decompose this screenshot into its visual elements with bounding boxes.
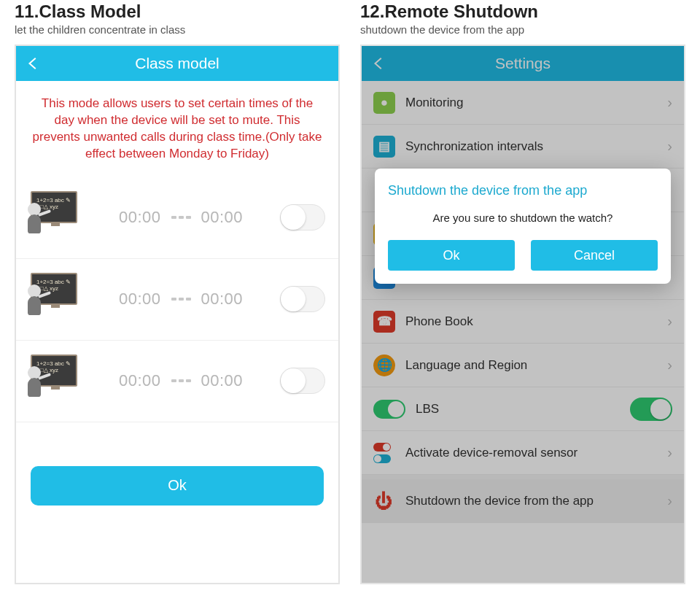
chevron-right-icon: › <box>667 313 672 330</box>
chalkboard-icon: 1+2=3 abc ✎ ○□△ xyz <box>26 271 82 327</box>
row-lbs[interactable]: LBS <box>362 387 684 431</box>
arrow-left-icon <box>26 55 42 71</box>
slot2-to: 00:00 <box>201 290 244 309</box>
slot3-from: 00:00 <box>119 371 161 390</box>
monitoring-icon: ● <box>373 92 395 114</box>
row-monitoring-label: Monitoring <box>405 96 463 110</box>
lbs-toggle[interactable] <box>630 398 672 421</box>
section-12-subtitle: shutdown the device from the app <box>360 23 685 36</box>
chevron-right-icon: › <box>667 94 672 111</box>
chevron-right-icon: › <box>667 138 672 155</box>
dash-icon <box>171 379 191 382</box>
class-model-header: Class model <box>16 55 338 72</box>
chalkboard-icon: 1+2=3 abc ✎ ○□△ xyz <box>26 353 82 408</box>
slot1-toggle[interactable] <box>280 204 325 231</box>
sync-icon: ▤ <box>373 136 395 158</box>
row-sync-label: Synchronization intervals <box>405 139 543 154</box>
row-sync[interactable]: ▤ Synchronization intervals › <box>362 125 684 169</box>
back-button[interactable] <box>16 46 51 81</box>
settings-topbar: Settings <box>362 46 684 81</box>
chalkboard-icon: 1+2=3 abc ✎ ○□△ xyz <box>26 190 82 245</box>
phone-settings: Settings ● Monitoring › ▤ Synchronizatio… <box>360 44 685 584</box>
section-11-subtitle: let the children concentrate in class <box>15 23 340 36</box>
row-language-label: Language and Region <box>405 358 527 373</box>
phone-class-model: Class model This mode allows users to se… <box>15 44 340 584</box>
slot2-toggle[interactable] <box>280 286 325 312</box>
slot1-to: 00:00 <box>201 208 244 227</box>
chevron-right-icon: › <box>667 492 672 509</box>
ok-label: Ok <box>168 477 187 494</box>
row-sensor[interactable]: Activate device-removal sensor › <box>362 431 684 475</box>
class-model-ok-button[interactable]: Ok <box>31 466 324 506</box>
chevron-right-icon: › <box>667 444 672 461</box>
time-slot-2[interactable]: 1+2=3 abc ✎ ○□△ xyz 00:00 00:00 <box>16 259 338 341</box>
row-lbs-label: LBS <box>416 402 439 417</box>
slot3-toggle[interactable] <box>280 368 325 394</box>
dash-icon <box>171 216 191 219</box>
modal-body: Are you sure to shutdown the watch? <box>388 212 658 224</box>
class-model-description: This mode allows users to set certain ti… <box>16 81 338 177</box>
row-language[interactable]: 🌐 Language and Region › <box>362 344 684 387</box>
slot3-to: 00:00 <box>201 371 244 390</box>
row-sensor-label: Activate device-removal sensor <box>405 446 578 460</box>
sensor-icon <box>373 442 395 464</box>
modal-cancel-button[interactable]: Cancel <box>531 240 658 271</box>
modal-ok-label: Ok <box>443 248 459 263</box>
chevron-right-icon: › <box>667 357 672 373</box>
modal-title: Shutdown the device from the app <box>388 183 658 198</box>
row-monitoring[interactable]: ● Monitoring › <box>362 81 684 125</box>
phonebook-icon: ☎ <box>373 311 395 333</box>
section-12-number: 12. <box>360 1 384 21</box>
globe-icon: 🌐 <box>373 355 395 376</box>
row-shutdown[interactable]: ⏻ Shutdown the device from the app › <box>362 479 684 523</box>
lbs-icon <box>373 400 405 419</box>
power-icon: ⏻ <box>373 490 395 512</box>
arrow-left-icon <box>371 55 387 71</box>
section-11-number: 11. <box>15 1 39 21</box>
modal-ok-button[interactable]: Ok <box>388 240 515 271</box>
modal-cancel-label: Cancel <box>574 248 615 263</box>
settings-header: Settings <box>362 55 684 72</box>
back-button[interactable] <box>362 46 397 81</box>
section-12-title: Remote Shutdown <box>384 1 538 21</box>
row-phonebook-label: Phone Book <box>405 314 473 329</box>
dash-icon <box>171 298 191 301</box>
slot2-from: 00:00 <box>119 290 161 309</box>
slot1-from: 00:00 <box>119 208 161 227</box>
section-11-title: Class Model <box>39 1 141 21</box>
time-slot-1[interactable]: 1+2=3 abc ✎ ○□△ xyz 00:00 00:00 <box>16 177 338 259</box>
shutdown-confirm-modal: Shutdown the device from the app Are you… <box>375 169 671 284</box>
row-shutdown-label: Shutdown the device from the app <box>405 494 594 508</box>
row-phonebook[interactable]: ☎ Phone Book › <box>362 300 684 344</box>
time-slot-3[interactable]: 1+2=3 abc ✎ ○□△ xyz 00:00 00:00 <box>16 341 338 422</box>
class-model-topbar: Class model <box>16 46 338 81</box>
